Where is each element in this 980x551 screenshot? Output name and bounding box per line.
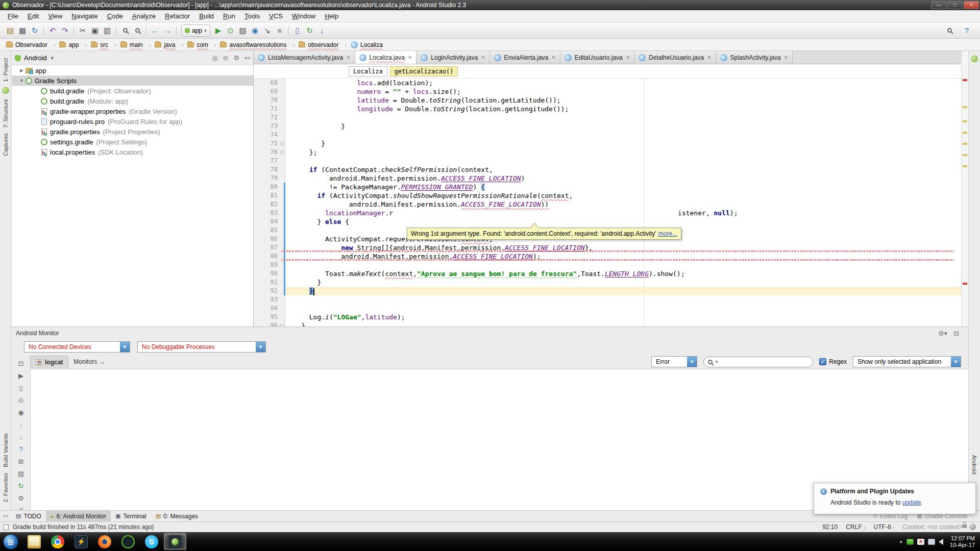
- scroll-down-icon[interactable]: ↓: [16, 433, 26, 441]
- fold-marker-icon[interactable]: [280, 142, 284, 145]
- debug-icon[interactable]: ⊙: [225, 24, 237, 37]
- cut-icon[interactable]: ✂: [77, 24, 89, 37]
- taskbar-item-skype[interactable]: S: [140, 533, 163, 550]
- breadcrumb-item-src[interactable]: src›: [89, 41, 118, 48]
- monitor-tab-monitors-[interactable]: Monitors →: [68, 356, 110, 368]
- tree-node-proguard-rules-pro[interactable]: proguard-rules.pro(ProGuard Rules for ap…: [12, 116, 253, 127]
- tab-splashactivity[interactable]: CSplashActivity.java✕: [716, 51, 793, 64]
- tooltip-more-link[interactable]: more...: [658, 230, 677, 237]
- battery-icon[interactable]: [906, 539, 914, 545]
- sync-icon[interactable]: ↻: [29, 24, 41, 37]
- play-icon[interactable]: ▶: [16, 372, 26, 380]
- project-view-selector[interactable]: Android: [24, 54, 47, 62]
- save-all-icon[interactable]: ▦: [16, 24, 29, 37]
- start-button[interactable]: ⊞: [3, 534, 18, 549]
- find-icon[interactable]: [119, 24, 131, 37]
- breadcrumb-class[interactable]: Localiza: [349, 66, 387, 77]
- hide-panel-icon[interactable]: ↤: [244, 54, 250, 62]
- stripe-mark[interactable]: [963, 106, 967, 108]
- settings-icon[interactable]: ⚙: [233, 54, 239, 62]
- menu-analyze[interactable]: Analyze: [128, 11, 160, 21]
- gutter-line-68[interactable]: 68: [254, 79, 285, 87]
- tool-button-captures[interactable]: Captures: [3, 133, 9, 156]
- tool-window-button-messages[interactable]: ▤0: Messages: [151, 511, 203, 522]
- gutter-line-84[interactable]: 84: [254, 217, 285, 226]
- gradle-icon[interactable]: [971, 55, 978, 62]
- gutter-line-69[interactable]: 69: [254, 87, 285, 96]
- gutter-line-73[interactable]: 73: [254, 122, 285, 131]
- menu-file[interactable]: File: [3, 11, 23, 21]
- regex-checkbox[interactable]: ✓ Regex: [819, 358, 847, 365]
- redo-icon[interactable]: ↷: [59, 24, 71, 37]
- error-stripe[interactable]: [961, 51, 968, 327]
- tab-detalheusuario[interactable]: CDetalheUsuario.java✕: [634, 51, 716, 64]
- forward-icon[interactable]: →: [161, 24, 174, 37]
- tree-node-gradle-scripts[interactable]: ▼Gradle Scripts: [12, 76, 253, 86]
- menu-help[interactable]: Help: [320, 11, 343, 21]
- tree-node-gradle-properties[interactable]: gradle.properties(Project Properties): [12, 127, 253, 137]
- breadcrumb-item-app[interactable]: app›: [57, 41, 89, 48]
- gutter-line-74[interactable]: 74: [254, 131, 285, 139]
- menu-refactor[interactable]: Refactor: [160, 11, 194, 21]
- coverage-icon[interactable]: ▨: [237, 24, 249, 37]
- gutter-line-81[interactable]: 81: [254, 191, 285, 200]
- tool-button-build-variants[interactable]: Build Variants: [3, 433, 9, 467]
- stripe-mark[interactable]: [963, 120, 967, 122]
- gutter-line-70[interactable]: 70: [254, 96, 285, 105]
- tree-node-build-gradle[interactable]: build.gradle(Project: Observador): [12, 86, 253, 96]
- breadcrumb-item-main[interactable]: main›: [118, 41, 153, 48]
- taskbar-item-chrome[interactable]: [46, 533, 69, 550]
- gutter-line-91[interactable]: 91: [254, 278, 285, 287]
- open-icon[interactable]: ▤: [4, 24, 16, 37]
- status-item-crlf[interactable]: CRLF ↕: [846, 523, 865, 531]
- menu-window[interactable]: Window: [287, 11, 320, 21]
- close-icon[interactable]: ✕: [481, 55, 485, 60]
- gutter-line-76[interactable]: 76: [254, 148, 285, 157]
- close-icon[interactable]: ✕: [784, 55, 788, 60]
- monitor-tab-logcat[interactable]: logcat: [30, 356, 68, 368]
- menu-edit[interactable]: Edit: [23, 11, 43, 21]
- tree-toggle-icon[interactable]: ▼: [19, 78, 24, 83]
- menu-run[interactable]: Run: [218, 11, 240, 21]
- tab-listamensagemactivity[interactable]: CListaMensagemActivity.java✕: [254, 51, 355, 64]
- gutter-line-96[interactable]: 96: [254, 321, 285, 327]
- tab-enviaalerta[interactable]: CEnviaAlerta.java✕: [490, 51, 560, 64]
- process-dropdown[interactable]: No Debuggable Processes ▼: [137, 341, 266, 353]
- gutter-line-85[interactable]: 85: [254, 226, 285, 235]
- tool-button-1-project[interactable]: 1: Project: [3, 58, 9, 82]
- status-item-92[interactable]: 92:10: [822, 523, 838, 531]
- tab-localiza[interactable]: CLocaliza.java✕: [355, 51, 417, 64]
- gradle-sync-icon[interactable]: ↻: [304, 24, 316, 37]
- tree-node-settings-gradle[interactable]: settings.gradle(Project Settings): [12, 137, 253, 147]
- run-configuration-dropdown[interactable]: app▾: [181, 24, 210, 37]
- tree-node-app[interactable]: ▶app: [12, 65, 253, 76]
- camera-icon[interactable]: ⊙: [16, 396, 26, 404]
- device-dropdown[interactable]: No Connected Devices ▼: [24, 341, 130, 353]
- stop-icon[interactable]: ■: [274, 24, 286, 37]
- breadcrumb-item-com[interactable]: com›: [185, 41, 218, 48]
- gutter-line-78[interactable]: 78: [254, 165, 285, 174]
- tool-button-7-structure[interactable]: 7: Structure: [3, 99, 9, 128]
- gutter-line-72[interactable]: 72: [254, 113, 285, 122]
- stripe-mark[interactable]: [963, 283, 967, 285]
- tool-window-button-terminal[interactable]: ▣Terminal: [111, 511, 151, 522]
- help-icon[interactable]: ?: [16, 445, 26, 453]
- gutter-line-92[interactable]: 92: [254, 287, 285, 295]
- minimize-button[interactable]: —: [931, 1, 946, 9]
- tool-window-toggle-icon[interactable]: ▭: [0, 513, 11, 519]
- gutter-line-88[interactable]: 88: [254, 252, 285, 261]
- taskbar-item-explorer[interactable]: [23, 533, 45, 550]
- taskbar-item-gitkraken[interactable]: [117, 533, 139, 550]
- status-message-icon[interactable]: [3, 524, 9, 530]
- tool-window-button-todo[interactable]: ▤TODO: [11, 511, 46, 522]
- trash-icon[interactable]: ▯: [16, 384, 26, 392]
- tool-window-button-android-monitor[interactable]: ●6: Android Monitor: [46, 511, 111, 522]
- alert-tray-icon[interactable]: [917, 539, 924, 545]
- gutter-line-82[interactable]: 82: [254, 200, 285, 209]
- close-icon[interactable]: ✕: [408, 55, 412, 60]
- inspections-hector-icon[interactable]: [969, 523, 976, 530]
- close-button[interactable]: ×: [964, 1, 979, 9]
- hide-panel-icon[interactable]: ⊟: [953, 330, 959, 337]
- taskbar-clock[interactable]: 12:07 PM 10-Apr-17: [947, 535, 975, 548]
- print-icon[interactable]: ▤: [16, 470, 26, 478]
